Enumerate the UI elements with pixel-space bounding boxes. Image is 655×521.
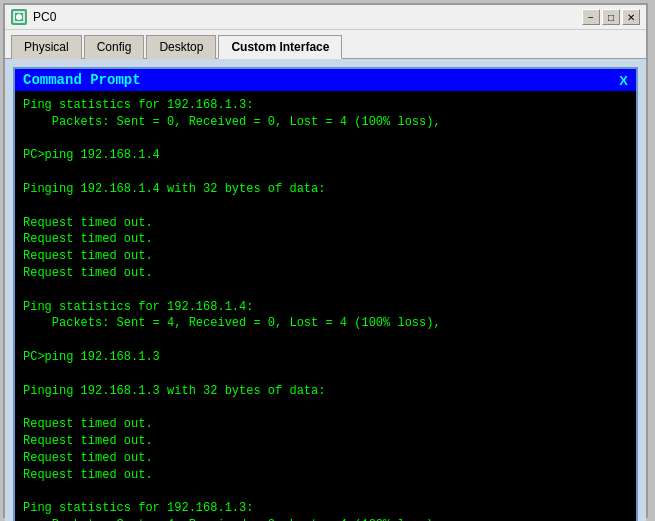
- svg-point-1: [16, 14, 22, 20]
- terminal-window: Command Prompt X Ping statistics for 192…: [13, 67, 638, 521]
- tab-physical[interactable]: Physical: [11, 35, 82, 59]
- window-icon: [11, 9, 27, 25]
- minimize-button[interactable]: −: [582, 9, 600, 25]
- title-bar: PC0 − □ ✕: [5, 5, 646, 30]
- main-window: PC0 − □ ✕ Physical Config Desktop Custom…: [3, 3, 648, 518]
- terminal-close-button[interactable]: X: [619, 73, 628, 88]
- tab-bar: Physical Config Desktop Custom Interface: [5, 30, 646, 59]
- terminal-body[interactable]: Ping statistics for 192.168.1.3: Packets…: [15, 91, 636, 521]
- terminal-title: Command Prompt: [23, 72, 141, 88]
- maximize-button[interactable]: □: [602, 9, 620, 25]
- close-button[interactable]: ✕: [622, 9, 640, 25]
- content-area: Command Prompt X Ping statistics for 192…: [5, 59, 646, 521]
- tab-config[interactable]: Config: [84, 35, 145, 59]
- window-controls: − □ ✕: [582, 9, 640, 25]
- window-title: PC0: [33, 10, 576, 24]
- terminal-header: Command Prompt X: [15, 69, 636, 91]
- tab-desktop[interactable]: Desktop: [146, 35, 216, 59]
- tab-custom-interface[interactable]: Custom Interface: [218, 35, 342, 59]
